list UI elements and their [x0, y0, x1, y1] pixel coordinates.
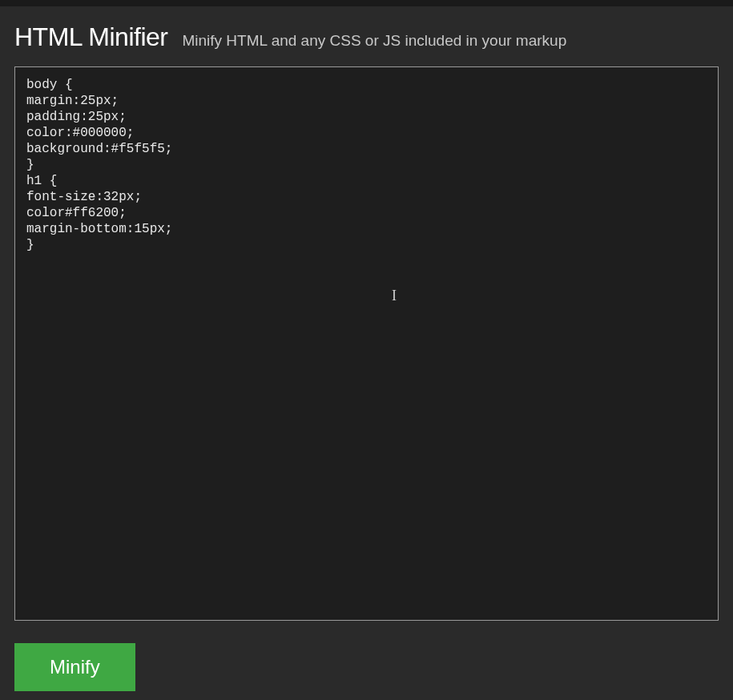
page-title: HTML Minifier	[14, 22, 167, 52]
minify-button[interactable]: Minify	[14, 643, 135, 691]
main-container: HTML Minifier Minify HTML and any CSS or…	[0, 6, 733, 700]
editor-container: I	[14, 66, 719, 621]
button-row: Minify	[14, 643, 719, 691]
header: HTML Minifier Minify HTML and any CSS or…	[14, 22, 719, 52]
code-input[interactable]	[26, 77, 707, 610]
page-subtitle: Minify HTML and any CSS or JS included i…	[182, 32, 566, 50]
top-bar	[0, 0, 733, 6]
